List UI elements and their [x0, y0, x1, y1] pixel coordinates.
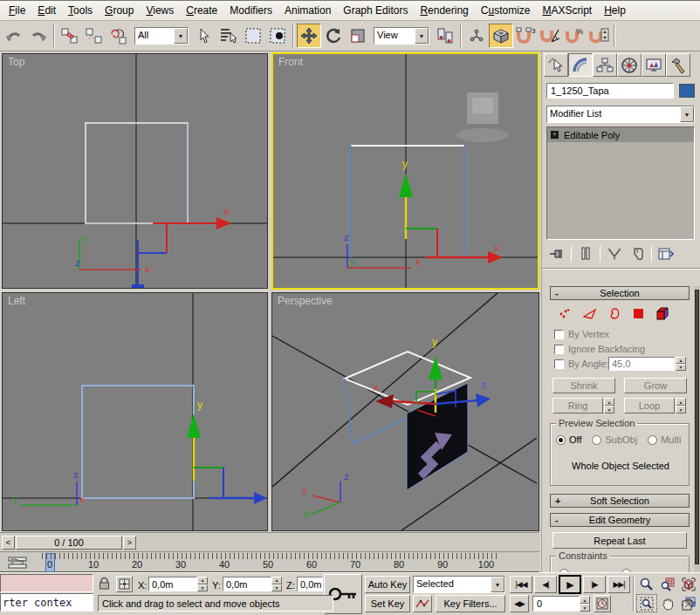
reference-coordinate-system-dropdown[interactable]: View ▼	[374, 27, 429, 44]
spinner-snap-magnet-button[interactable]	[587, 24, 611, 48]
go-to-start-button[interactable]: |◀◀	[510, 576, 532, 593]
preview-off-radio[interactable]	[556, 435, 566, 445]
tab-modify[interactable]	[568, 53, 593, 77]
key-filter-scope-dropdown[interactable]: Selected ▼	[413, 576, 505, 593]
y-spinner[interactable]: ▲▼	[271, 577, 282, 591]
x-spinner[interactable]: ▲▼	[197, 577, 208, 591]
y-coordinate-field[interactable]: 0,0m	[223, 577, 271, 591]
pan-button[interactable]	[657, 594, 678, 612]
tab-create[interactable]	[544, 53, 568, 77]
polygon-subobject-icon[interactable]	[631, 306, 646, 321]
loop-button[interactable]: Loop	[624, 398, 675, 413]
auto-key-button[interactable]: Auto Key	[365, 576, 410, 593]
rollout-edit-geometry[interactable]: - Edit Geometry	[550, 513, 690, 527]
frame-spinner[interactable]: ▲▼	[580, 596, 590, 612]
menu-item-graph-editors[interactable]: Graph Editors	[337, 3, 414, 18]
scrollbar-thumb[interactable]	[695, 290, 699, 564]
maxscript-macro-recorder[interactable]	[0, 574, 93, 592]
time-configuration-button[interactable]	[594, 595, 611, 612]
spinner-up-icon[interactable]: ▲	[676, 398, 686, 406]
key-mode-toggle-button[interactable]: ◀▶	[510, 595, 529, 612]
track-bar[interactable]: 0102030405060708090100	[0, 551, 539, 572]
element-subobject-icon[interactable]	[655, 306, 670, 321]
zoom-all-button[interactable]	[657, 575, 678, 593]
select-and-move-button[interactable]	[297, 24, 321, 48]
make-unique-button[interactable]	[603, 244, 626, 263]
menu-item-maxscript[interactable]: MAXScript	[537, 3, 599, 18]
preview-off-radio-row[interactable]: Off	[556, 434, 581, 445]
spinner-up-icon[interactable]: ▲	[271, 577, 282, 584]
time-slider-next-button[interactable]: >	[123, 536, 136, 550]
selection-filter-dropdown[interactable]: All ▼	[134, 27, 189, 44]
shrink-button[interactable]: Shrink	[552, 378, 615, 393]
command-panel-scrollbar[interactable]	[694, 286, 700, 573]
key-filters-button[interactable]: Key Filters...	[436, 595, 505, 612]
zoom-button[interactable]	[636, 575, 657, 593]
chevron-down-icon[interactable]: ▼	[491, 577, 504, 592]
show-end-result-button[interactable]	[574, 244, 597, 263]
snap-3d-magnet-button[interactable]: 3	[513, 24, 538, 48]
select-and-scale-button[interactable]	[346, 24, 370, 48]
percent-snap-magnet-button[interactable]: %	[562, 24, 587, 48]
snaps-toggle-button[interactable]	[489, 24, 513, 48]
rectangular-selection-region-button[interactable]	[241, 24, 265, 48]
spinner-down-icon[interactable]: ▼	[676, 364, 686, 371]
spinner-down-icon[interactable]: ▼	[676, 406, 686, 413]
z-coordinate-field[interactable]: 0,0m	[297, 577, 323, 591]
viewport-left[interactable]: Left y z y x	[2, 292, 268, 531]
current-frame-field[interactable]: 0	[532, 596, 580, 612]
spinner-down-icon[interactable]: ▼	[197, 584, 208, 592]
chevron-down-icon[interactable]: ▼	[415, 28, 429, 44]
menu-item-group[interactable]: Group	[99, 3, 140, 18]
menu-item-file[interactable]: File	[3, 3, 31, 18]
chevron-down-icon[interactable]: ▼	[680, 106, 694, 122]
spinner-up-icon[interactable]: ▲	[676, 357, 686, 364]
menu-item-help[interactable]: Help	[598, 3, 632, 18]
spinner-up-icon[interactable]: ▲	[604, 398, 614, 406]
edge-subobject-icon[interactable]	[582, 306, 597, 321]
border-subobject-icon[interactable]	[607, 306, 621, 321]
default-in-out-tangents-button[interactable]	[413, 595, 432, 612]
by-angle-spinner[interactable]: ▲▼	[676, 357, 686, 371]
spinner-down-icon[interactable]: ▼	[580, 604, 590, 612]
time-slider-prev-button[interactable]: <	[2, 536, 15, 550]
select-and-rotate-button[interactable]	[321, 24, 346, 48]
viewport-top[interactable]: Top x y z x	[2, 53, 268, 289]
tab-motion[interactable]	[617, 53, 642, 77]
ignore-backfacing-checkbox[interactable]	[554, 345, 564, 354]
redo-button[interactable]	[26, 24, 51, 48]
modifier-list-dropdown[interactable]: Modifier List ▼	[546, 106, 695, 123]
repeat-last-button[interactable]: Repeat Last	[552, 532, 687, 549]
viewport-front[interactable]: Front y x z y x	[271, 52, 539, 290]
remove-modifier-button[interactable]	[626, 244, 649, 263]
menu-item-animation[interactable]: Animation	[278, 3, 337, 18]
select-object-button[interactable]	[192, 24, 216, 48]
selection-lock-icon[interactable]	[99, 577, 110, 592]
maximize-viewport-toggle-button[interactable]	[678, 594, 699, 612]
ring-spinner[interactable]: ▲▼	[604, 398, 614, 413]
by-angle-field[interactable]: 45,0	[608, 357, 675, 371]
maxscript-mini-listener[interactable]: rter contex	[0, 593, 93, 612]
tab-hierarchy[interactable]	[593, 53, 617, 77]
menu-item-customize[interactable]: Customize	[475, 3, 537, 18]
menu-item-views[interactable]: Views	[140, 3, 180, 18]
play-animation-button[interactable]: ▶	[559, 575, 581, 594]
select-by-name-button[interactable]	[216, 24, 241, 48]
absolute-offset-mode-button[interactable]	[116, 576, 133, 592]
menu-item-modifiers[interactable]: Modifiers	[223, 3, 278, 18]
angle-snap-magnet-button[interactable]	[538, 24, 562, 48]
object-color-swatch[interactable]	[679, 84, 695, 98]
zoom-extents-all-button[interactable]	[678, 575, 699, 593]
select-and-manipulate-button[interactable]	[464, 24, 489, 48]
tab-display[interactable]	[642, 53, 666, 77]
menu-item-edit[interactable]: Edit	[31, 3, 62, 18]
modifier-stack[interactable]: + Editable Poly	[546, 126, 695, 240]
rollout-selection[interactable]: - Selection	[550, 286, 690, 300]
menu-item-tools[interactable]: Tools	[62, 3, 99, 18]
spinner-down-icon[interactable]: ▼	[271, 584, 282, 592]
tab-utilities[interactable]	[666, 53, 690, 77]
window-crossing-toggle-button[interactable]	[265, 24, 290, 48]
spinner-up-icon[interactable]: ▲	[580, 596, 590, 604]
by-vertex-checkbox[interactable]	[554, 330, 564, 339]
grow-button[interactable]: Grow	[624, 378, 687, 393]
